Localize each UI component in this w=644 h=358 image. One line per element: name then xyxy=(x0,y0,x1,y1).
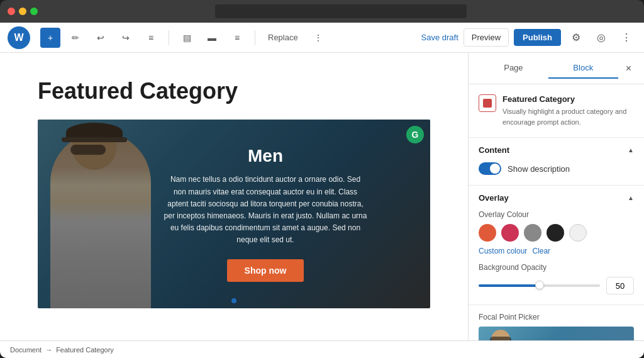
block-dot-indicator xyxy=(231,298,236,303)
block-description: Nam nec tellus a odio tincidunt auctor a… xyxy=(164,174,367,246)
focal-point-section: Focal Point Picker xyxy=(469,305,644,340)
content-section: Content ▲ Show description xyxy=(469,138,644,186)
block-g-icon: G xyxy=(406,126,424,143)
toolbar-divider-2 xyxy=(255,30,255,45)
tools-button[interactable]: ✏ xyxy=(65,28,86,48)
swatch-white[interactable] xyxy=(569,224,587,242)
content-section-body: Show description xyxy=(469,162,644,185)
settings-button[interactable]: ⚙ xyxy=(566,28,586,48)
overlay-section-body: Overlay Colour Custom colour Clear xyxy=(469,210,644,305)
opacity-input[interactable] xyxy=(606,277,634,294)
swatch-gray[interactable] xyxy=(524,224,541,242)
opacity-slider-thumb[interactable] xyxy=(535,281,544,289)
overlay-section-header[interactable]: Overlay ▲ xyxy=(469,186,644,210)
fpi-glasses xyxy=(490,337,511,340)
opacity-slider-fill xyxy=(479,284,540,287)
block-info-text: Featured Category Visually highlight a p… xyxy=(502,94,634,127)
block-info-section: Featured Category Visually highlight a p… xyxy=(469,84,644,138)
tab-page[interactable]: Page xyxy=(479,58,548,79)
breadcrumb-document[interactable]: Document xyxy=(10,346,42,354)
content-chevron-icon: ▲ xyxy=(628,147,634,154)
plugins-button[interactable]: ◎ xyxy=(591,28,611,48)
opacity-slider-track[interactable] xyxy=(479,284,600,287)
opacity-label: Background Opacity xyxy=(479,263,634,272)
more-options-button[interactable]: ⋮ xyxy=(308,28,328,48)
close-window-btn[interactable] xyxy=(8,8,15,15)
publish-button[interactable]: Publish xyxy=(514,29,561,46)
show-description-label: Show description xyxy=(508,164,570,174)
block-content: Men Nam nec tellus a odio tincidunt auct… xyxy=(38,120,430,308)
block-title: Featured Category xyxy=(38,78,430,104)
overlay-chevron-icon: ▲ xyxy=(628,194,634,201)
toolbar: W + ✏ ↩ ↪ ≡ ▤ ▬ ≡ Replace ⋮ Save draft P… xyxy=(0,23,644,53)
toolbar-divider-1 xyxy=(169,30,169,45)
shop-now-button[interactable]: Shop now xyxy=(227,259,304,282)
swatch-black[interactable] xyxy=(547,224,564,242)
swatch-actions: Custom colour Clear xyxy=(479,247,634,255)
show-description-row: Show description xyxy=(479,162,634,175)
sidebar: Page Block × Featured Category xyxy=(468,53,644,340)
wp-logo: W xyxy=(8,26,30,49)
swatch-pink[interactable] xyxy=(501,224,519,242)
color-swatches xyxy=(479,224,634,242)
app-container: W + ✏ ↩ ↪ ≡ ▤ ▬ ≡ Replace ⋮ Save draft P… xyxy=(0,23,644,358)
overlay-colour-label: Overlay Colour xyxy=(479,210,634,219)
toolbar-right: Save draft Preview Publish ⚙ ◎ ⋮ xyxy=(421,28,636,48)
sidebar-header: Page Block × xyxy=(469,53,644,84)
minimize-window-btn[interactable] xyxy=(19,8,26,15)
block-icon-inner xyxy=(483,99,492,108)
more-menu-button[interactable]: ⋮ xyxy=(616,28,636,48)
pattern-button[interactable]: ▤ xyxy=(177,28,197,48)
content-section-header[interactable]: Content ▲ xyxy=(469,138,644,162)
block-info-icon xyxy=(479,94,496,112)
tab-block[interactable]: Block xyxy=(548,58,618,79)
breadcrumb-separator: → xyxy=(45,346,52,354)
replace-button[interactable]: Replace xyxy=(263,30,303,45)
traffic-lights xyxy=(8,8,38,15)
block-heading: Men xyxy=(248,146,283,166)
focal-point-label: Focal Point Picker xyxy=(469,305,644,327)
sidebar-body: Featured Category Visually highlight a p… xyxy=(469,84,644,340)
block-info-description: Visually highlight a product category an… xyxy=(502,106,634,127)
save-draft-button[interactable]: Save draft xyxy=(421,33,458,42)
opacity-row xyxy=(479,277,634,294)
align-button[interactable]: ≡ xyxy=(227,28,247,48)
content-section-label: Content xyxy=(479,145,509,155)
maximize-window-btn[interactable] xyxy=(30,8,38,15)
title-bar xyxy=(0,0,644,23)
main-split: Featured Category xyxy=(0,53,644,340)
clear-colour-link[interactable]: Clear xyxy=(532,247,550,255)
featured-category-block[interactable]: Men Nam nec tellus a odio tincidunt auct… xyxy=(38,120,430,308)
add-block-button[interactable]: + xyxy=(40,28,60,48)
editor-area[interactable]: Featured Category xyxy=(0,53,468,340)
layout-button[interactable]: ▬ xyxy=(202,28,222,48)
focal-point-image[interactable] xyxy=(479,327,634,340)
redo-button[interactable]: ↪ xyxy=(116,28,136,48)
list-view-button[interactable]: ≡ xyxy=(141,28,161,48)
url-bar[interactable] xyxy=(215,4,467,18)
sidebar-close-button[interactable]: × xyxy=(623,60,634,77)
block-info-header: Featured Category Visually highlight a p… xyxy=(479,94,634,127)
app-window: W + ✏ ↩ ↪ ≡ ▤ ▬ ≡ Replace ⋮ Save draft P… xyxy=(0,0,644,358)
breadcrumb-bar: Document → Featured Category xyxy=(0,340,644,358)
block-info-title: Featured Category xyxy=(502,94,634,104)
overlay-section: Overlay ▲ Overlay Colour xyxy=(469,186,644,305)
toggle-thumb xyxy=(490,164,500,174)
preview-button[interactable]: Preview xyxy=(464,28,509,47)
show-description-toggle[interactable] xyxy=(479,162,501,175)
overlay-section-label: Overlay xyxy=(479,193,509,203)
breadcrumb-current: Featured Category xyxy=(56,346,114,354)
swatch-orange[interactable] xyxy=(479,224,496,242)
custom-colour-link[interactable]: Custom colour xyxy=(479,247,527,255)
undo-button[interactable]: ↩ xyxy=(91,28,111,48)
